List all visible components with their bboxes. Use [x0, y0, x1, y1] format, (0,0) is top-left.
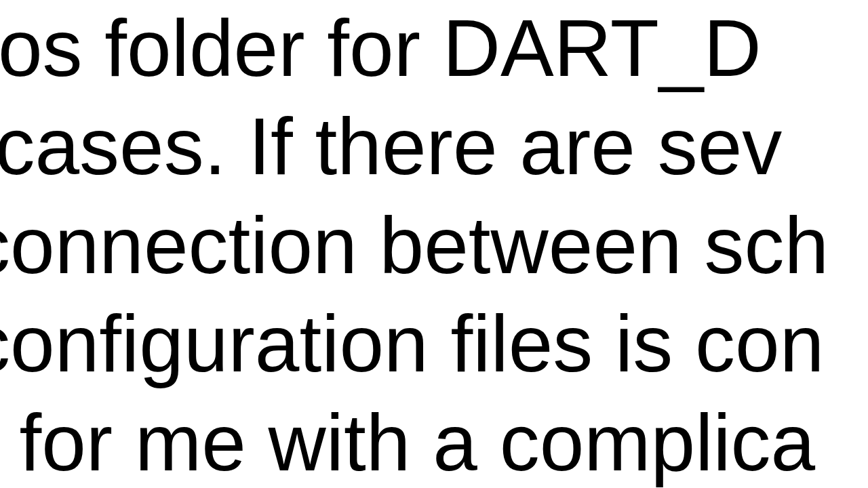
- text-line-4: configuration files is con: [0, 294, 824, 394]
- text-line-1: ur ios folder for DART_D: [0, 0, 762, 98]
- text-line-5: n for me with a complica: [0, 393, 815, 488]
- cropped-text-viewport: ur ios folder for DART_D e cases. If the…: [0, 0, 868, 488]
- text-line-2: e cases. If there are sev: [0, 97, 782, 197]
- text-line-3: connection between sch: [0, 196, 829, 296]
